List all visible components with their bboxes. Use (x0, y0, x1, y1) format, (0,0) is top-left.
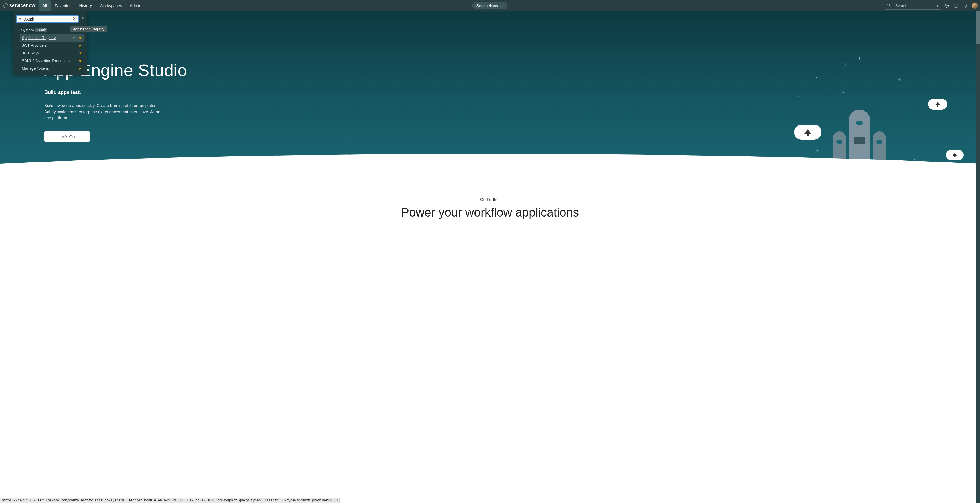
filter-input-wrapper (16, 15, 79, 23)
nav-tab-workspaces[interactable]: Workspaces (96, 0, 126, 11)
hero-subtitle: Build apps fast. (44, 90, 980, 96)
pin-icon[interactable] (81, 17, 85, 21)
filter-item-label: Application Registry (22, 35, 56, 40)
filter-item-label: JWT Keys (22, 51, 40, 55)
below-hero: Go Further Power your workflow applicati… (0, 186, 980, 230)
cloud-icon (946, 150, 964, 160)
global-search: ▾ (885, 2, 941, 10)
filter-item-jwt-keys[interactable]: JWT Keys ★ (20, 49, 84, 57)
filter-section-header[interactable]: ⌄ System OAuth Application Registry (16, 27, 84, 33)
star-icon[interactable]: ☆ (500, 3, 504, 8)
topbar: servicenow All Favorites History Workspa… (0, 0, 980, 11)
hero: App Engine Studio Build apps fast. Build… (0, 11, 980, 186)
nav-tab-admin[interactable]: Admin (126, 0, 145, 11)
globe-icon[interactable] (943, 2, 950, 10)
svg-point-0 (888, 3, 890, 6)
hero-title: App Engine Studio (44, 60, 980, 80)
filter-item-label: Manage Tokens (22, 66, 49, 70)
star-filled-icon[interactable]: ★ (78, 43, 82, 48)
bell-icon[interactable] (961, 2, 969, 10)
topbar-right: ▾ (885, 2, 978, 10)
hero-curve (0, 154, 980, 186)
filter-input[interactable] (23, 17, 71, 21)
filter-items: Application Registry ★ JWT Providers ★ J… (18, 34, 84, 72)
chevron-down-icon: ⌄ (16, 29, 19, 32)
filter-input-row (13, 15, 88, 23)
dot-icon: ● (915, 159, 915, 160)
filter-item-label: SAML2 Assertion Producers (22, 59, 70, 63)
filter-navigator: ⌄ System OAuth Application Registry Appl… (13, 11, 88, 75)
lets-go-button[interactable]: Let's Go (44, 132, 90, 142)
plus-icon: + (816, 148, 819, 154)
filter-item-manage-tokens[interactable]: Manage Tokens ★ (20, 65, 84, 72)
tooltip: Application Registry (70, 26, 107, 32)
scope-label: ServiceNow (476, 3, 498, 8)
star-filled-icon[interactable]: ★ (78, 51, 82, 55)
filter-item-jwt-providers[interactable]: JWT Providers ★ (20, 41, 84, 49)
plus-icon: + (904, 151, 907, 156)
hero-content: App Engine Studio Build apps fast. Build… (0, 11, 980, 142)
go-further-label: Go Further (0, 197, 980, 202)
scrollbar[interactable] (976, 11, 980, 503)
help-icon[interactable] (952, 2, 960, 10)
svg-line-1 (889, 5, 891, 6)
logo-text: servicenow (9, 3, 35, 8)
scope-pill[interactable]: ServiceNow ☆ (472, 2, 508, 9)
nav-tab-all[interactable]: All (38, 0, 51, 11)
star-filled-icon[interactable]: ★ (78, 59, 82, 63)
logo-icon (2, 2, 9, 9)
filter-item-label: JWT Providers (22, 43, 47, 48)
power-title: Power your workflow applications (0, 205, 980, 219)
svg-marker-7 (19, 18, 21, 20)
filter-section: ⌄ System OAuth Application Registry Appl… (13, 27, 88, 72)
search-icon[interactable] (885, 3, 893, 8)
filter-item-saml2[interactable]: SAML2 Assertion Producers ★ (20, 57, 84, 65)
star-filled-icon[interactable]: ★ (78, 66, 82, 70)
clear-icon[interactable] (73, 17, 76, 21)
logo[interactable]: servicenow (3, 3, 35, 8)
hero-description: Build low-code apps quickly. Create from… (44, 102, 165, 121)
scrollbar-thumb[interactable] (976, 11, 980, 44)
star-filled-icon[interactable]: ★ (78, 35, 82, 40)
nav-tab-history[interactable]: History (75, 0, 96, 11)
status-bar: https://dev143739.service-now.com/oauth_… (0, 498, 340, 503)
filter-item-application-registry[interactable]: Application Registry ★ (20, 34, 84, 41)
search-input[interactable] (893, 2, 934, 9)
edit-icon[interactable] (72, 35, 76, 40)
section-label: System OAuth (21, 28, 47, 32)
avatar[interactable] (972, 3, 978, 9)
search-dropdown[interactable]: ▾ (934, 3, 941, 8)
nav-tabs: All Favorites History Workspaces Admin (38, 0, 145, 11)
funnel-icon (18, 17, 22, 21)
nav-tab-favorites[interactable]: Favorites (51, 0, 75, 11)
